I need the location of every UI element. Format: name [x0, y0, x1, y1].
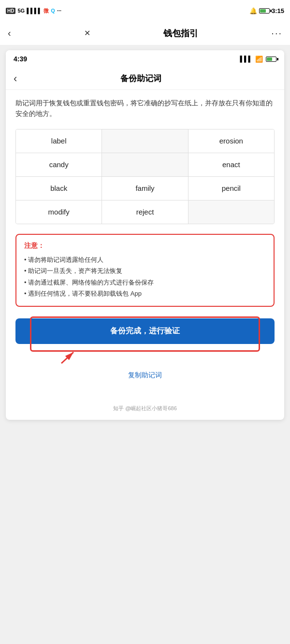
outer-status-right: 🔔 3:15 [249, 7, 284, 14]
outer-status-left: HD 5G ▌▌▌▌ 微 Q ··· [6, 7, 61, 14]
outer-status-bar: HD 5G ▌▌▌▌ 微 Q ··· 🔔 3:15 [0, 0, 290, 21]
copy-mnemonic-link[interactable]: 复制助记词 [15, 367, 275, 387]
content-area: 助记词用于恢复钱包或重置钱包密码，将它准确的抄写在纸上，并存放在只有你知道的安全… [6, 90, 284, 395]
network-bars: ▌▌▌▌ [27, 8, 42, 14]
outer-nav-title: 钱包指引 [163, 28, 198, 39]
warning-item-4: • 遇到任何情况，请不要轻易卸载钱包 App [24, 288, 266, 299]
mnemonic-row-2: candy enact [16, 153, 274, 177]
mnemonic-cell-3-1: black [16, 177, 102, 200]
outer-menu-button[interactable]: ··· [271, 28, 282, 39]
mnemonic-row-1: label erosion [16, 129, 274, 153]
mnemonic-cell-4-2: reject [102, 200, 188, 224]
inner-time: 4:39 [14, 55, 27, 63]
more-icons: ··· [57, 8, 61, 14]
svg-line-1 [61, 352, 73, 363]
outer-back-button[interactable]: ‹ [8, 28, 11, 39]
watermark-text: 知乎 @崛起社区小猪哥686 [113, 405, 177, 411]
mnemonic-cell-1-2 [102, 129, 188, 153]
inner-nav: ‹ 备份助记词 [6, 68, 284, 90]
outer-nav: ‹ ✕ 钱包指引 ··· [0, 21, 290, 45]
mnemonic-cell-3-2: family [102, 177, 188, 200]
inner-back-button[interactable]: ‹ [14, 72, 17, 85]
hd-icon: HD [6, 8, 15, 14]
inner-nav-title: 备份助记词 [17, 73, 265, 84]
mnemonic-cell-4-1: modify [16, 200, 102, 224]
inner-status-right: ▌▌▌ 📶 [240, 56, 276, 63]
mnemonic-cell-1-3: erosion [188, 129, 274, 153]
mnemonic-row-4: modify reject [16, 200, 274, 224]
inner-signal-icon: ▌▌▌ [240, 56, 252, 62]
inner-wifi-icon: 📶 [255, 56, 263, 63]
inner-screen: 4:39 ▌▌▌ 📶 ‹ 备份助记词 助记词用于恢复钱包或重置钱包密码，将它准确… [6, 50, 284, 420]
battery-icon [259, 8, 270, 14]
bell-icon: 🔔 [249, 7, 257, 14]
warning-item-1: • 请勿将助记词透露给任何人 [24, 254, 266, 265]
warning-item-3: • 请勿通过截屏、网络传输的方式进行备份保存 [24, 277, 266, 288]
qq-icon: Q [51, 8, 55, 14]
warning-title: 注意： [24, 242, 266, 250]
description-text: 助记词用于恢复钱包或重置钱包密码，将它准确的抄写在纸上，并存放在只有你知道的安全… [15, 98, 275, 119]
arrow-indicator [59, 350, 78, 366]
verify-button-wrapper: 备份完成，进行验证 [15, 318, 275, 350]
signal-icon: 5G [17, 8, 25, 14]
warning-item-2: • 助记词一旦丢失，资产将无法恢复 [24, 265, 266, 276]
mnemonic-cell-4-3 [188, 200, 274, 224]
mnemonic-grid: label erosion candy enact black family p… [15, 129, 275, 224]
mnemonic-cell-1-1: label [16, 129, 102, 153]
mnemonic-cell-2-2 [102, 153, 188, 176]
mnemonic-cell-2-1: candy [16, 153, 102, 176]
inner-battery-icon [266, 57, 276, 62]
warning-box: 注意： • 请勿将助记词透露给任何人 • 助记词一旦丢失，资产将无法恢复 • 请… [15, 234, 275, 307]
outer-time: 3:15 [272, 7, 284, 14]
mnemonic-row-3: black family pencil [16, 177, 274, 200]
inner-status-bar: 4:39 ▌▌▌ 📶 [6, 50, 284, 68]
mnemonic-cell-2-3: enact [188, 153, 274, 176]
mnemonic-cell-3-3: pencil [188, 177, 274, 200]
verify-button[interactable]: 备份完成，进行验证 [15, 318, 275, 344]
weibo-icon: 微 [44, 7, 49, 14]
outer-close-button[interactable]: ✕ [84, 29, 90, 38]
footer-watermark: 知乎 @崛起社区小猪哥686 [6, 395, 284, 420]
